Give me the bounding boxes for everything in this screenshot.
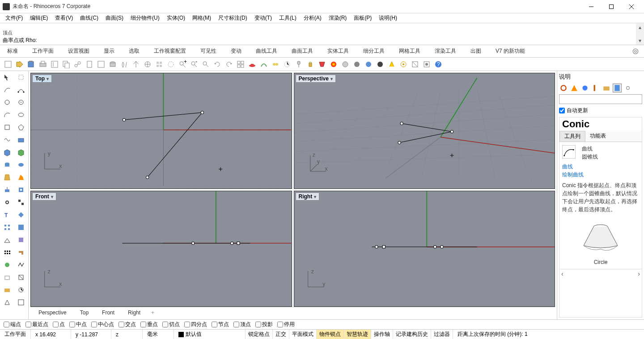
toolbar-tab[interactable]: 变动 — [224, 46, 249, 57]
menu-item[interactable]: 编辑(E) — [27, 13, 51, 23]
side-tool-button[interactable] — [15, 159, 27, 170]
toolbar-button[interactable] — [293, 59, 304, 70]
toolbar-tab[interactable]: 出图 — [463, 46, 488, 57]
side-tool-button[interactable] — [15, 72, 27, 83]
menu-item[interactable]: 查看(V) — [52, 13, 76, 23]
status-units[interactable]: 毫米 — [143, 330, 174, 339]
auto-update-check-input[interactable] — [559, 108, 565, 113]
menu-item[interactable]: 变动(T) — [252, 13, 275, 23]
settings-gear-icon[interactable] — [631, 47, 640, 55]
status-toggle[interactable]: 平面模式 — [289, 330, 317, 339]
panel-tab-circle-icon[interactable] — [559, 84, 568, 92]
osnap-item[interactable]: 垂点 — [140, 321, 158, 328]
minimize-button[interactable] — [581, 0, 601, 13]
toolbar-button[interactable] — [317, 59, 327, 70]
viewport-tab[interactable]: Perspective — [32, 309, 73, 317]
side-tool-button[interactable] — [1, 147, 13, 158]
viewport-tab[interactable]: Front — [96, 309, 121, 317]
toolbar-tab[interactable]: 显示 — [97, 46, 122, 57]
side-tool-button[interactable] — [1, 122, 13, 133]
status-toggle[interactable]: 正交 — [273, 330, 289, 339]
osnap-item[interactable]: 四分点 — [184, 321, 207, 328]
side-tool-button[interactable] — [15, 97, 27, 108]
osnap-checkbox[interactable] — [233, 322, 239, 327]
toolbar-button[interactable] — [235, 59, 246, 70]
side-tool-button[interactable] — [1, 97, 13, 108]
side-tool-button[interactable] — [15, 172, 27, 183]
toolbar-button[interactable] — [270, 59, 281, 70]
toolbar-tab[interactable]: 设置视图 — [61, 46, 97, 57]
toolbar-tab[interactable]: 曲面工具 — [284, 46, 320, 57]
toolbar-button[interactable] — [165, 59, 176, 70]
toolbar-button[interactable] — [386, 59, 397, 70]
toolbar-tab[interactable]: 曲线工具 — [249, 46, 284, 57]
help-scroll-right-icon[interactable]: › — [638, 270, 640, 277]
menu-item[interactable]: 曲面(S) — [103, 13, 126, 23]
toolbar-tab[interactable]: 工作视窗配置 — [147, 46, 193, 57]
menu-item[interactable]: 细分物件(U) — [128, 13, 162, 23]
toolbar-button[interactable] — [154, 59, 165, 70]
osnap-item[interactable]: 节点 — [212, 321, 229, 328]
side-tool-button[interactable] — [1, 184, 13, 195]
toolbar-button[interactable] — [119, 59, 130, 70]
panel-tab-layer-icon[interactable] — [591, 84, 600, 92]
side-tool-button[interactable]: T — [1, 209, 13, 220]
side-tool-button[interactable] — [15, 272, 27, 283]
osnap-item[interactable]: 停用 — [277, 321, 295, 328]
toolbar-button[interactable] — [49, 59, 60, 70]
status-cplane[interactable]: 工作平面 — [0, 330, 31, 339]
osnap-checkbox[interactable] — [53, 322, 59, 327]
add-viewport-tab[interactable]: + — [148, 309, 158, 317]
menu-item[interactable]: 网格(M) — [190, 13, 214, 23]
menu-item[interactable]: 面板(P) — [351, 13, 374, 23]
maximize-button[interactable] — [601, 0, 621, 13]
help-tab-menu[interactable]: 功能表 — [585, 131, 610, 142]
viewport-right-label[interactable]: Right ▾ — [296, 193, 320, 201]
side-tool-button[interactable] — [1, 234, 13, 245]
toolbar-button[interactable]: + — [177, 59, 188, 70]
toolbar-button[interactable] — [61, 59, 72, 70]
status-layer[interactable]: 默认值 — [174, 330, 246, 339]
toolbar-button[interactable] — [38, 59, 48, 70]
osnap-checkbox[interactable] — [25, 322, 31, 327]
viewport-perspective-label[interactable]: Perspective ▾ — [296, 75, 336, 83]
help-scroll-left-icon[interactable]: ‹ — [561, 270, 564, 277]
osnap-item[interactable]: 顶点 — [233, 321, 251, 328]
command-scrollbar[interactable]: ▴ ▾ — [636, 23, 644, 45]
osnap-checkbox[interactable] — [212, 322, 217, 327]
toolbar-button[interactable] — [258, 59, 269, 70]
side-tool-button[interactable] — [1, 247, 13, 258]
status-toggle[interactable]: 物件锁点 — [317, 330, 344, 339]
status-toggle[interactable]: 过滤器 — [431, 330, 453, 339]
auto-update-checkbox[interactable]: 自动更新 — [559, 107, 642, 114]
toolbar-button[interactable] — [131, 59, 141, 70]
side-tool-button[interactable] — [1, 272, 13, 283]
osnap-checkbox[interactable] — [277, 322, 283, 327]
menu-item[interactable]: 分析(A) — [301, 13, 324, 23]
toolbar-button[interactable] — [410, 59, 420, 70]
dropdown-icon[interactable]: ▾ — [330, 76, 333, 81]
toolbar-button[interactable] — [26, 59, 37, 70]
side-tool-button[interactable] — [1, 297, 13, 308]
side-tool-button[interactable] — [1, 72, 13, 83]
panel-tab-render-icon[interactable] — [570, 84, 579, 92]
toolbar-button[interactable] — [247, 59, 258, 70]
toolbar-button[interactable] — [398, 59, 409, 70]
side-tool-button[interactable] — [1, 134, 13, 145]
toolbar-button[interactable] — [363, 59, 374, 70]
status-toggle[interactable]: 智慧轨迹 — [344, 330, 371, 339]
osnap-item[interactable]: 中心点 — [91, 321, 114, 328]
toolbar-button[interactable] — [212, 59, 223, 70]
side-tool-button[interactable] — [15, 122, 27, 133]
toolbar-button[interactable] — [72, 59, 83, 70]
status-toggle[interactable]: 操作轴 — [371, 330, 393, 339]
osnap-item[interactable]: 中点 — [69, 321, 87, 328]
toolbar-button[interactable] — [3, 59, 13, 70]
osnap-checkbox[interactable] — [255, 322, 261, 327]
side-tool-button[interactable] — [15, 259, 27, 270]
toolbar-button[interactable] — [142, 59, 153, 70]
toolbar-button[interactable] — [96, 59, 106, 70]
side-tool-button[interactable] — [1, 222, 13, 233]
side-tool-button[interactable] — [15, 297, 27, 308]
osnap-checkbox[interactable] — [91, 322, 97, 327]
